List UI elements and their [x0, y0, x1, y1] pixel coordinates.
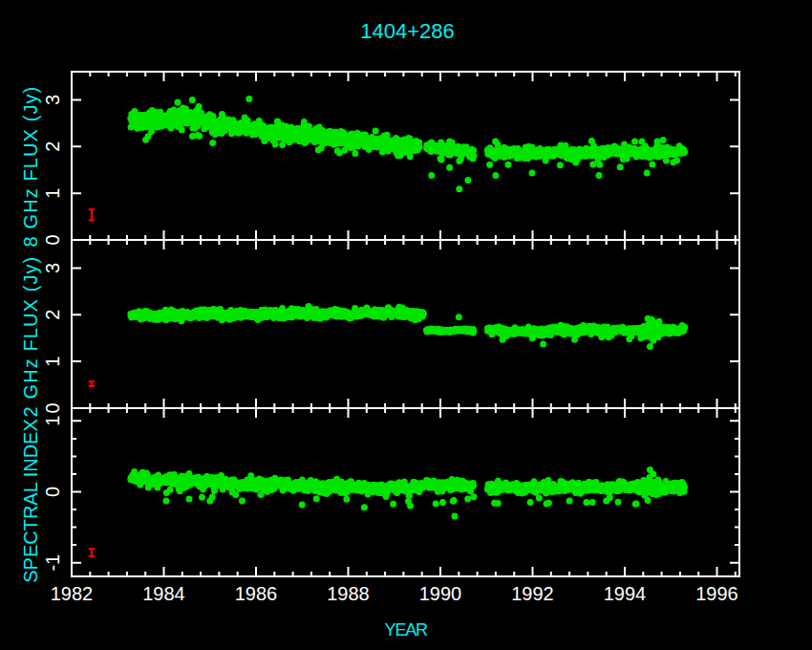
svg-text:1990: 1990	[419, 583, 462, 604]
svg-text:3: 3	[42, 95, 63, 105]
svg-text:YEAR: YEAR	[385, 620, 428, 639]
svg-text:0: 0	[42, 234, 63, 245]
svg-text:1996: 1996	[695, 583, 738, 604]
svg-text:2: 2	[42, 310, 63, 320]
svg-text:0: 0	[42, 487, 63, 497]
svg-text:2: 2	[42, 141, 63, 152]
svg-text:SPECTRAL INDEX: SPECTRAL INDEX	[20, 419, 41, 583]
svg-text:-1: -1	[42, 554, 63, 572]
svg-text:0: 0	[42, 402, 63, 413]
svg-text:1404+286: 1404+286	[360, 19, 455, 43]
svg-text:2 GHz FLUX (Jy): 2 GHz FLUX (Jy)	[20, 256, 41, 418]
svg-text:1994: 1994	[604, 583, 647, 604]
svg-text:1: 1	[42, 188, 63, 199]
svg-text:1982: 1982	[51, 583, 94, 604]
svg-text:1992: 1992	[511, 583, 554, 604]
svg-text:1988: 1988	[327, 583, 370, 604]
svg-text:8 GHz FLUX (Jy): 8 GHz FLUX (Jy)	[20, 86, 41, 248]
svg-text:1984: 1984	[142, 583, 185, 604]
svg-text:1: 1	[42, 357, 63, 367]
svg-text:3: 3	[42, 263, 63, 273]
svg-text:1: 1	[42, 416, 63, 426]
svg-text:1986: 1986	[235, 583, 278, 604]
